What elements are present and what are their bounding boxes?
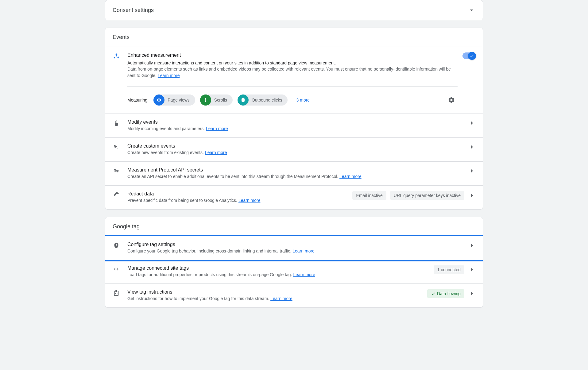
check-icon	[431, 291, 436, 296]
scrolls-pill: Scrolls	[200, 94, 233, 106]
chevron-right-icon	[468, 266, 475, 273]
chevron-right-icon	[468, 167, 475, 175]
enhanced-measurement-toggle[interactable]	[462, 52, 475, 59]
google-tag-card: Google tag Configure tag settings Config…	[105, 217, 483, 308]
eraser-icon	[113, 191, 120, 198]
email-inactive-tag: Email inactive	[352, 191, 386, 200]
instructions-learn-more-link[interactable]: Learn more	[270, 296, 292, 301]
eye-icon	[153, 94, 164, 106]
api-secrets-title: Measurement Protocol API secrets	[127, 167, 463, 173]
modify-events-title: Modify events	[127, 119, 463, 125]
chevron-right-icon	[468, 119, 475, 127]
chevron-right-icon	[468, 242, 475, 249]
data-flowing-badge: Data flowing	[427, 289, 464, 298]
api-learn-more-link[interactable]: Learn more	[339, 174, 362, 179]
touch-icon	[113, 119, 120, 127]
connected-learn-more-link[interactable]: Learn more	[293, 272, 315, 277]
configure-tag-title: Configure tag settings	[127, 242, 463, 247]
modify-events-row[interactable]: Modify events Modify incoming events and…	[105, 114, 483, 138]
redact-learn-more-link[interactable]: Learn more	[238, 198, 261, 203]
chevron-right-icon	[468, 143, 475, 151]
connect-icon	[113, 265, 120, 273]
chevron-right-icon	[468, 290, 475, 297]
enhanced-measurement-section: Enhanced measurement Automatically measu…	[105, 47, 483, 114]
tag-instructions-title: View tag instructions	[127, 289, 422, 295]
measuring-label: Measuring:	[127, 98, 149, 102]
consent-settings-card[interactable]: Consent settings	[105, 0, 483, 20]
measuring-row: Measuring: Page views Scrolls	[127, 86, 458, 106]
outbound-clicks-pill: Outbound clicks	[238, 94, 288, 106]
enhanced-learn-more-link[interactable]: Learn more	[158, 73, 180, 78]
measurement-settings-button[interactable]	[445, 94, 458, 106]
tag-g-icon	[113, 242, 120, 249]
modify-learn-more-link[interactable]: Learn more	[206, 126, 228, 131]
google-tag-title: Google tag	[105, 217, 483, 236]
clipboard-code-icon	[113, 289, 120, 297]
api-secrets-row[interactable]: Measurement Protocol API secrets Create …	[105, 162, 483, 186]
chevron-down-icon	[468, 6, 475, 14]
consent-settings-title: Consent settings	[113, 7, 154, 13]
more-pills-link[interactable]: + 3 more	[292, 98, 310, 102]
redact-data-row[interactable]: Redact data Prevent specific data from b…	[105, 186, 483, 209]
scroll-icon	[200, 94, 211, 106]
enhanced-title: Enhanced measurement	[127, 52, 458, 58]
configure-tag-settings-row[interactable]: Configure tag settings Configure your Go…	[105, 235, 483, 261]
redact-data-title: Redact data	[127, 191, 347, 197]
view-tag-instructions-row[interactable]: View tag instructions Get instructions f…	[105, 284, 483, 307]
cursor-sparkle-icon	[113, 143, 120, 151]
events-card: Events Enhanced measurement Automaticall…	[105, 28, 483, 210]
enhanced-bold-desc: Automatically measure interactions and c…	[127, 60, 458, 65]
connected-tags-title: Manage connected site tags	[127, 265, 429, 271]
mouse-icon	[238, 94, 249, 106]
key-icon	[113, 167, 120, 175]
page-views-pill: Page views	[153, 94, 195, 106]
custom-learn-more-link[interactable]: Learn more	[205, 150, 227, 155]
events-title: Events	[105, 28, 483, 47]
url-inactive-tag: URL query parameter keys inactive	[390, 191, 464, 200]
create-custom-events-row[interactable]: Create custom events Create new events f…	[105, 138, 483, 162]
configure-learn-more-link[interactable]: Learn more	[292, 249, 315, 253]
custom-events-title: Create custom events	[127, 143, 463, 149]
chevron-right-icon	[468, 192, 475, 199]
connected-count-badge: 1 connected	[434, 265, 464, 274]
enhanced-desc: Data from on-page elements such as links…	[127, 66, 458, 79]
sparkle-icon	[113, 52, 120, 60]
manage-connected-tags-row[interactable]: Manage connected site tags Load tags for…	[105, 260, 483, 284]
